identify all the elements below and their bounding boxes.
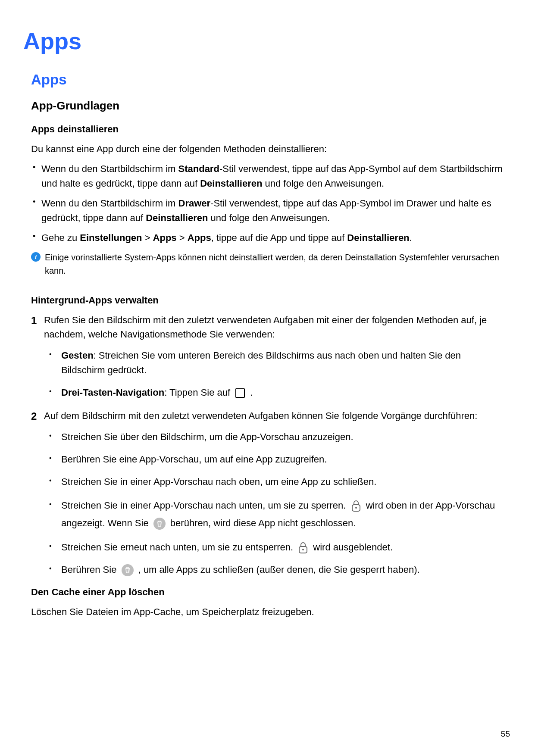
lock-icon bbox=[297, 541, 309, 554]
list-item: Gesten: Streichen Sie vom unteren Bereic… bbox=[44, 348, 503, 378]
page-number: 55 bbox=[501, 729, 510, 739]
step-item: 1 Rufen Sie den Bildschirm mit den zulet… bbox=[31, 313, 503, 400]
list-item: Wenn du den Startbildschirm im Drawer-St… bbox=[31, 196, 503, 225]
note-text: Einige vorinstallierte System-Apps könne… bbox=[45, 251, 503, 278]
svg-point-2 bbox=[355, 507, 357, 509]
svg-point-3 bbox=[153, 518, 166, 530]
step-number: 2 bbox=[31, 409, 37, 424]
info-icon: i bbox=[31, 252, 41, 262]
list-item: Drei-Tasten-Navigation: Tippen Sie auf . bbox=[44, 385, 503, 400]
svg-point-6 bbox=[122, 564, 134, 576]
step-number: 1 bbox=[31, 313, 37, 328]
list-item: Streichen Sie erneut nach unten, um sie … bbox=[44, 540, 503, 555]
list-item: Streichen Sie in einer App-Vorschau nach… bbox=[44, 497, 503, 532]
page-title-h1: Apps bbox=[23, 28, 503, 54]
step-text: Auf dem Bildschirm mit den zuletzt verwe… bbox=[44, 410, 477, 421]
uninstall-intro: Du kannst eine App durch eine der folgen… bbox=[31, 142, 503, 156]
step-text: Rufen Sie den Bildschirm mit den zuletzt… bbox=[44, 315, 487, 340]
list-item: Streichen Sie in einer App-Vorschau nach… bbox=[44, 475, 503, 489]
trash-icon bbox=[153, 517, 166, 530]
step-item: 2 Auf dem Bildschirm mit den zuletzt ver… bbox=[31, 409, 503, 577]
steps-list: 1 Rufen Sie den Bildschirm mit den zulet… bbox=[31, 313, 503, 577]
page: Apps Apps App-Grundlagen Apps deinstalli… bbox=[0, 0, 535, 756]
heading-basics: App-Grundlagen bbox=[31, 99, 503, 112]
nested-list: Gesten: Streichen Sie vom unteren Bereic… bbox=[44, 348, 503, 400]
heading-uninstall: Apps deinstallieren bbox=[31, 124, 503, 135]
list-item: Streichen Sie über den Bildschirm, um di… bbox=[44, 430, 503, 444]
cache-text: Löschen Sie Dateien im App-Cache, um Spe… bbox=[31, 605, 503, 619]
nested-list: Streichen Sie über den Bildschirm, um di… bbox=[44, 430, 503, 577]
heading-background-apps: Hintergrund-Apps verwalten bbox=[31, 295, 503, 306]
list-item: Berühren Sie , um alle Apps zu schließen… bbox=[44, 562, 503, 577]
uninstall-list: Wenn du den Startbildschirm im Standard-… bbox=[31, 162, 503, 245]
list-item: Gehe zu Einstellungen > Apps > Apps, tip… bbox=[31, 231, 503, 245]
heading-h2: Apps bbox=[31, 72, 503, 88]
svg-point-5 bbox=[302, 549, 304, 550]
trash-icon bbox=[121, 564, 134, 577]
lock-icon bbox=[350, 500, 362, 512]
info-note: i Einige vorinstallierte System-Apps kön… bbox=[31, 251, 503, 278]
heading-clear-cache: Den Cache einer App löschen bbox=[31, 587, 503, 598]
list-item: Berühren Sie eine App-Vorschau, um auf e… bbox=[44, 452, 503, 467]
recent-apps-square-icon bbox=[235, 387, 246, 399]
list-item: Wenn du den Startbildschirm im Standard-… bbox=[31, 162, 503, 191]
svg-rect-0 bbox=[236, 389, 244, 397]
